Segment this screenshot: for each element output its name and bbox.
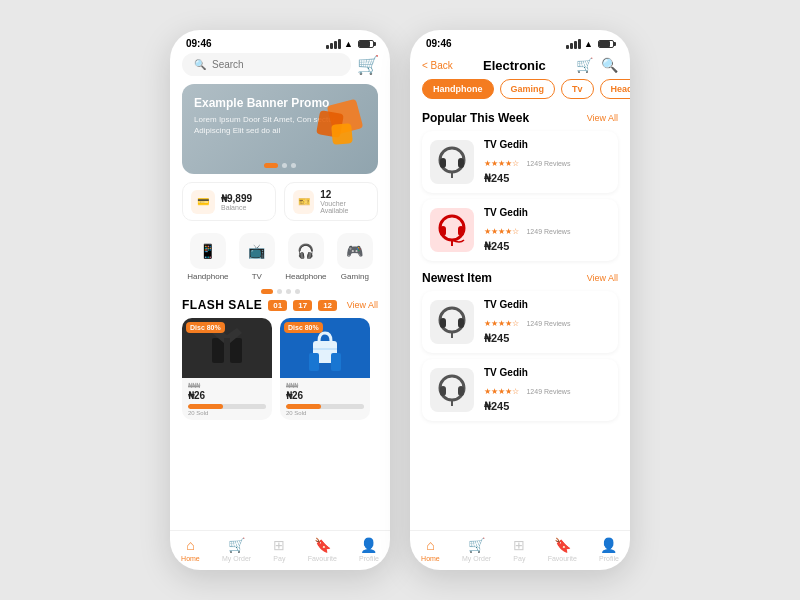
cart-icon[interactable]: 🛒 (357, 54, 379, 76)
headphone-svg-3 (432, 302, 472, 342)
dot-1[interactable] (261, 289, 273, 294)
product-info-4: TV Gedih ★★★★☆ 1249 Reviews ₦245 (484, 367, 610, 413)
newest-item-2[interactable]: TV Gedih ★★★★☆ 1249 Reviews ₦245 (422, 359, 618, 421)
cart-icon-2[interactable]: 🛒 (576, 57, 593, 73)
product-info-3: TV Gedih ★★★★☆ 1249 Reviews ₦245 (484, 299, 610, 345)
cat-headphone[interactable]: 🎧 Headphone (285, 233, 326, 281)
nav-profile-2[interactable]: 👤 Profile (599, 537, 619, 562)
wifi-icon-2: ▲ (584, 39, 593, 49)
disc-badge-2: Disc 80% (284, 322, 323, 333)
product-name-4: TV Gedih (484, 367, 610, 378)
flash-price-2: ₦26 (286, 390, 364, 401)
pay-icon: ⊞ (273, 537, 285, 553)
tab-headphone[interactable]: Headphone (600, 79, 630, 99)
flash-info-1: ₦₦₦ ₦26 20 Sold (182, 378, 272, 420)
search-icon-2[interactable]: 🔍 (601, 57, 618, 73)
newest-header: Newest Item View All (410, 267, 630, 291)
cat-tv[interactable]: 📺 TV (239, 233, 275, 281)
voucher-count: 12 (320, 189, 369, 200)
popular-item-1[interactable]: TV Gedih ★★★★☆ 1249 Reviews ₦245 (422, 131, 618, 193)
nav-orders-1[interactable]: 🛒 My Order (222, 537, 251, 562)
pay-label: Pay (273, 555, 285, 562)
product-name-2: TV Gedih (484, 207, 610, 218)
flash-items: Disc 80% ₦₦₦ ₦26 20 Sold (170, 318, 390, 420)
nav-profile-1[interactable]: 👤 Profile (359, 537, 379, 562)
search-input[interactable] (212, 59, 339, 70)
nav-fav-2[interactable]: 🔖 Favourite (548, 537, 577, 562)
rating-row-3: ★★★★☆ 1249 Reviews (484, 312, 610, 330)
svg-rect-17 (458, 318, 464, 328)
price-2: ₦245 (484, 240, 610, 253)
back-button[interactable]: < Back (422, 60, 453, 71)
cat-gaming-label: Gaming (341, 272, 369, 281)
cat-handphone[interactable]: 📱 Handphone (187, 233, 228, 281)
nav-orders-2[interactable]: 🛒 My Order (462, 537, 491, 562)
svg-rect-9 (458, 158, 464, 168)
svg-rect-12 (440, 226, 446, 236)
voucher-card[interactable]: 🎫 12 Voucher Available (284, 182, 378, 221)
newest-item-1[interactable]: TV Gedih ★★★★☆ 1249 Reviews ₦245 (422, 291, 618, 353)
bottom-nav-1: ⌂ Home 🛒 My Order ⊞ Pay 🔖 Favourite 👤 Pr… (170, 530, 390, 570)
balance-label: Balance (221, 204, 252, 211)
svg-rect-6 (331, 353, 341, 371)
product-name-1: TV Gedih (484, 139, 610, 150)
time-2: 09:46 (426, 38, 452, 49)
headphone-svg-4 (432, 370, 472, 410)
price-3: ₦245 (484, 332, 610, 345)
dot-3[interactable] (286, 289, 291, 294)
handphone-icon: 📱 (190, 233, 226, 269)
popular-item-2[interactable]: TV Gedih ★★★★☆ 1249 Reviews ₦245 (422, 199, 618, 261)
dot-4[interactable] (295, 289, 300, 294)
nav-home-2[interactable]: ⌂ Home (421, 537, 440, 562)
flash-info-2: ₦₦₦ ₦26 20 Sold (280, 378, 370, 420)
balance-amount: ₦9,899 (221, 193, 252, 204)
flash-item-1[interactable]: Disc 80% ₦₦₦ ₦26 20 Sold (182, 318, 272, 420)
order-label-2: My Order (462, 555, 491, 562)
cat-tv-label: TV (252, 272, 262, 281)
phone-1: 09:46 ▲ 🔍 🛒 Example Banner Promo Lorem I… (170, 30, 390, 570)
balance-icon: 💳 (191, 190, 215, 214)
voucher-icon: 🎫 (293, 190, 314, 214)
stars-2: ★★★★☆ (484, 227, 519, 236)
nav-pay-2[interactable]: ⊞ Pay (513, 537, 525, 562)
voucher-label: Voucher Available (320, 200, 369, 214)
old-price-1: ₦₦₦ (188, 382, 266, 390)
signal-icon (326, 39, 341, 49)
balance-card[interactable]: 💳 ₦9,899 Balance (182, 182, 276, 221)
bottom-nav-2: ⌂ Home 🛒 My Order ⊞ Pay 🔖 Favourite 👤 Pr… (410, 530, 630, 570)
reviews-3: 1249 Reviews (526, 320, 570, 327)
reviews-1: 1249 Reviews (526, 160, 570, 167)
newest-view-all[interactable]: View All (587, 273, 618, 283)
dot-2[interactable] (277, 289, 282, 294)
tab-handphone[interactable]: Handphone (422, 79, 494, 99)
fav-label-2: Favourite (548, 555, 577, 562)
old-price-2: ₦₦₦ (286, 382, 364, 390)
popular-view-all[interactable]: View All (587, 113, 618, 123)
tab-tv[interactable]: Tv (561, 79, 594, 99)
profile-label-2: Profile (599, 555, 619, 562)
popular-title: Popular This Week (422, 111, 529, 125)
rating-row-1: ★★★★☆ 1249 Reviews (484, 152, 610, 170)
nav-fav-1[interactable]: 🔖 Favourite (308, 537, 337, 562)
scroll-area[interactable]: Popular This Week View All TV Gedih ★★★★… (410, 107, 630, 530)
phone-2: 09:46 ▲ < Back Electronic 🛒 🔍 Handphone … (410, 30, 630, 570)
profile-icon-2: 👤 (600, 537, 617, 553)
search-bar[interactable]: 🔍 (182, 53, 351, 76)
tab-gaming[interactable]: Gaming (500, 79, 556, 99)
battery-icon-2 (598, 40, 614, 48)
nav-pay-1[interactable]: ⊞ Pay (273, 537, 285, 562)
categories-grid: 📱 Handphone 📺 TV 🎧 Headphone 🎮 Gaming (182, 233, 378, 281)
product-name-3: TV Gedih (484, 299, 610, 310)
cat-gaming[interactable]: 🎮 Gaming (337, 233, 373, 281)
nav-home-1[interactable]: ⌂ Home (181, 537, 200, 562)
time-1: 09:46 (186, 38, 212, 49)
fav-icon: 🔖 (314, 537, 331, 553)
flash-sale-view-all[interactable]: View All (347, 300, 378, 310)
stars-1: ★★★★☆ (484, 159, 519, 168)
rating-row-4: ★★★★☆ 1249 Reviews (484, 380, 610, 398)
fav-icon-2: 🔖 (554, 537, 571, 553)
popular-header: Popular This Week View All (410, 107, 630, 131)
sold-label-2: 20 Sold (286, 410, 364, 416)
headphone-icon: 🎧 (288, 233, 324, 269)
flash-item-2[interactable]: Disc 80% ₦₦₦ ₦26 20 Sold (280, 318, 370, 420)
